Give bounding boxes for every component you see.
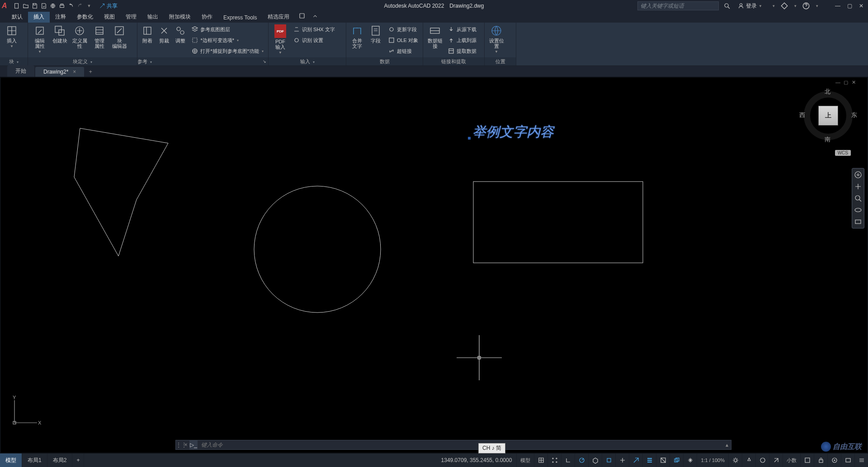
status-transparency-icon[interactable]: [656, 453, 670, 467]
canvas-sample-text[interactable]: 举例文字内容: [472, 123, 554, 141]
open-icon[interactable]: [22, 2, 30, 10]
clip-button[interactable]: 剪裁: [156, 24, 171, 43]
save-icon[interactable]: [31, 2, 39, 10]
cmd-prompt-icon[interactable]: ▷_: [189, 440, 198, 449]
dropdown-icon[interactable]: ▾: [791, 2, 799, 10]
field-button[interactable]: 字段: [368, 24, 384, 43]
create-block-button[interactable]: 创建块: [51, 24, 69, 43]
status-cleanscreen-icon[interactable]: [841, 453, 854, 467]
ribbon-tab-default[interactable]: 默认: [6, 11, 28, 23]
close-button[interactable]: ✕: [856, 2, 866, 10]
status-annoscale-icon[interactable]: [742, 453, 755, 467]
block-editor-button[interactable]: 块 编辑器: [110, 24, 128, 49]
saveas-icon[interactable]: [40, 2, 48, 10]
ribbon-tab-addins[interactable]: 附加模块: [164, 11, 196, 23]
file-tab-drawing2[interactable]: Drawing2*×: [35, 67, 84, 77]
adjust-button[interactable]: 调整: [173, 24, 188, 43]
drawing-area[interactable]: — ▢ ✕ 北 南 东 西 上 WCS 举例文字内容: [0, 77, 868, 453]
new-icon[interactable]: [13, 2, 21, 10]
status-scale-button[interactable]: 1:1 / 100%: [697, 453, 728, 467]
panel-title-block[interactable]: 块: [0, 57, 28, 65]
status-ortho-icon[interactable]: [561, 453, 575, 467]
cmd-close-icon[interactable]: ×: [182, 442, 189, 448]
data-link-button[interactable]: 数据链接: [426, 24, 444, 49]
ribbon-tab-view[interactable]: 视图: [99, 11, 120, 23]
ribbon-tab-manage[interactable]: 管理: [120, 11, 142, 23]
insert-block-button[interactable]: 插入 ▼: [3, 24, 21, 48]
cmd-handle-icon[interactable]: ⋮⋮: [176, 442, 182, 448]
undo-icon[interactable]: [67, 2, 75, 10]
status-isolate-icon[interactable]: [827, 453, 841, 467]
add-tab-button[interactable]: +: [85, 67, 96, 77]
ole-object-button[interactable]: OLE 对象: [386, 35, 420, 45]
ribbon-tab-collab[interactable]: 协作: [196, 11, 218, 23]
panel-title-import[interactable]: 输入: [269, 57, 346, 65]
update-field-button[interactable]: 更新字段: [386, 24, 420, 34]
panel-title-blockdef[interactable]: 块定义: [28, 57, 137, 65]
ribbon-tab-parametric[interactable]: 参数化: [71, 11, 99, 23]
ribbon-tab-insert[interactable]: 插入: [28, 11, 50, 23]
help-dropdown-icon[interactable]: ▾: [813, 2, 821, 10]
cmd-history-icon[interactable]: ▴: [723, 442, 731, 448]
extract-data-button[interactable]: 提取数据: [446, 46, 478, 56]
ribbon-minimize-icon[interactable]: [309, 11, 321, 23]
panel-title-location[interactable]: 位置: [485, 57, 516, 65]
app-logo-icon[interactable]: A: [2, 2, 10, 10]
snap-underlay-button[interactable]: 打开*捕捉到参考底图*功能▾: [189, 46, 265, 56]
status-snap-icon[interactable]: [547, 453, 561, 467]
download-source-button[interactable]: 从源下载: [446, 24, 478, 34]
redo-icon[interactable]: [76, 2, 84, 10]
share-button[interactable]: 共享: [99, 2, 118, 10]
web-icon[interactable]: [49, 2, 57, 10]
status-units-button[interactable]: 小数: [783, 453, 800, 467]
plot-icon[interactable]: [58, 2, 66, 10]
layout-tab-add[interactable]: +: [72, 453, 84, 467]
status-customize-icon[interactable]: [854, 453, 868, 467]
define-attributes-button[interactable]: 定义属性: [71, 24, 89, 49]
status-selection-cycling-icon[interactable]: [670, 453, 683, 467]
layout-tab-layout1[interactable]: 布局1: [22, 453, 47, 467]
status-osnap-icon[interactable]: [602, 453, 615, 467]
file-tab-start[interactable]: 开始: [7, 65, 34, 77]
edit-attributes-button[interactable]: 编辑 属性 ▼: [31, 24, 49, 54]
autodesk-app-icon[interactable]: ▾: [769, 2, 778, 10]
login-button[interactable]: 登录 ▼: [738, 2, 762, 10]
status-dyn-input-icon[interactable]: [683, 453, 697, 467]
help-icon[interactable]: [802, 2, 810, 10]
hyperlink-button[interactable]: 超链接: [386, 46, 420, 56]
search-icon[interactable]: [723, 2, 731, 9]
status-3dosnap-icon[interactable]: [615, 453, 629, 467]
ribbon-tab-featured[interactable]: 精选应用: [262, 11, 295, 23]
upload-source-button[interactable]: 上载到源: [446, 35, 478, 45]
underlay-layers-button[interactable]: 参考底图图层: [189, 24, 265, 34]
status-otrack-icon[interactable]: [629, 453, 642, 467]
status-lock-ui-icon[interactable]: [814, 453, 827, 467]
minimize-button[interactable]: —: [833, 2, 843, 10]
status-workspace-icon[interactable]: [755, 453, 769, 467]
status-model-button[interactable]: 模型: [516, 453, 534, 467]
panel-title-link[interactable]: 链接和提取: [423, 57, 484, 65]
pdf-import-button[interactable]: PDFPDF 输入▼: [271, 24, 289, 55]
panel-title-data[interactable]: 数据: [346, 57, 423, 65]
status-polar-icon[interactable]: [575, 453, 588, 467]
maximize-button[interactable]: ▢: [844, 2, 854, 10]
status-annotation-monitor-icon[interactable]: [769, 453, 783, 467]
set-location-button[interactable]: 设置位置▼: [487, 24, 505, 54]
exchange-icon[interactable]: [780, 2, 788, 10]
layout-tab-layout2[interactable]: 布局2: [47, 453, 73, 467]
search-input[interactable]: 键入关键字或短语: [637, 1, 719, 10]
ribbon-tab-output[interactable]: 输出: [142, 11, 164, 23]
close-tab-icon[interactable]: ×: [73, 69, 76, 75]
merge-text-button[interactable]: 合并 文字: [349, 24, 366, 49]
attach-button[interactable]: 附着: [140, 24, 155, 43]
command-input[interactable]: [198, 442, 723, 448]
manage-attributes-button[interactable]: 管理 属性: [90, 24, 108, 49]
qat-more-icon[interactable]: ▼: [85, 2, 93, 10]
status-quickprops-icon[interactable]: [800, 453, 814, 467]
status-isodraft-icon[interactable]: [588, 453, 602, 467]
layout-tab-model[interactable]: 模型: [0, 453, 22, 467]
ribbon-tab-annotate[interactable]: 注释: [50, 11, 71, 23]
status-lwt-icon[interactable]: [642, 453, 656, 467]
recognize-settings-button[interactable]: 识别 设置: [291, 35, 337, 45]
panel-title-reference[interactable]: 参考↘: [137, 57, 268, 65]
